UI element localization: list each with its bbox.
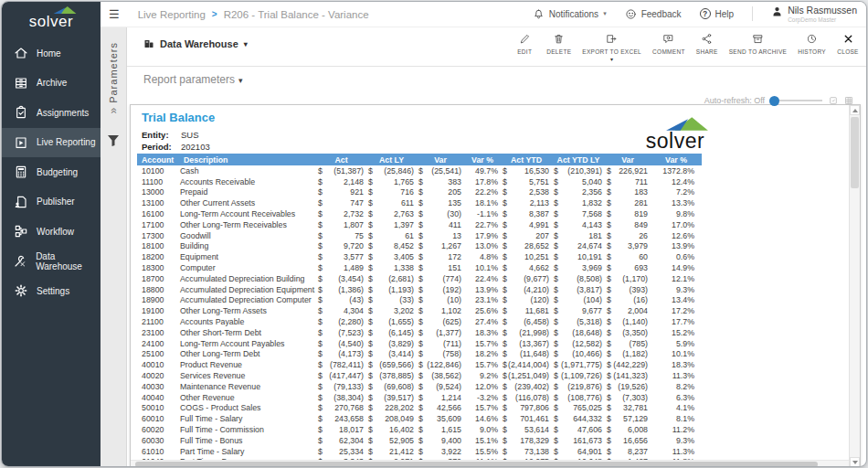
sidebar-nav: HomeArchiveAssignmentsLive ReportingBudg…: [2, 38, 101, 306]
breadcrumb-section[interactable]: Live Reporting: [138, 9, 206, 20]
variance-pct-cell: 15.1%: [464, 435, 501, 446]
parameters-panel-collapsed[interactable]: » Parameters: [101, 27, 127, 466]
user-menu[interactable]: Nils Rasmussen CorpDemo Master: [771, 5, 857, 23]
filter-icon[interactable]: [107, 134, 120, 147]
amount-cell: $(16): [605, 295, 651, 306]
sidebar-item-archive[interactable]: Archive: [2, 69, 101, 99]
variance-pct-cell: 11.3%: [651, 446, 702, 457]
amount-cell: $16,656: [605, 435, 651, 446]
amount-cell: $47,606: [552, 424, 605, 435]
amount-cell: $1,807: [316, 219, 366, 230]
auto-refresh-control: Auto-refresh: Off: [704, 92, 853, 109]
action-label: COMMENT: [652, 48, 685, 55]
refresh-settings-icon[interactable]: [829, 92, 838, 109]
menu-icon[interactable]: ☰: [109, 8, 120, 20]
feedback-button[interactable]: Feedback: [625, 8, 682, 20]
amount-cell: $(122,846): [417, 359, 464, 370]
amount-cell: $(1,170): [605, 273, 651, 284]
edit-button[interactable]: EDIT: [513, 33, 535, 62]
amount-cell: $(4,210): [501, 284, 552, 295]
horizontal-scroll-thumb[interactable]: [135, 462, 818, 467]
amount-cell: $(1,140): [605, 316, 651, 327]
grid-view-icon[interactable]: [844, 92, 853, 109]
sidebar-item-assignments[interactable]: Assignments: [2, 98, 101, 128]
description-cell: Other Long-Term Assets: [179, 305, 316, 316]
expand-chevrons-icon[interactable]: »: [107, 107, 120, 114]
sidebar-item-publisher[interactable]: Publisher: [2, 187, 101, 218]
variance-pct-cell: 10.1%: [651, 349, 702, 360]
column-header: Act: [316, 154, 366, 165]
horizontal-scrollbar[interactable]: [131, 460, 849, 467]
amount-cell: $(79,133): [316, 381, 366, 392]
action-label: SEND TO ARCHIVE: [729, 48, 788, 55]
sidebar-item-data-warehouse[interactable]: Data Warehouse: [2, 247, 101, 277]
amount-cell: $(3,817): [552, 284, 605, 295]
scroll-down-button[interactable]: [850, 457, 860, 467]
table-row: 23100Other Short-Term Debt$(7,523)$(6,14…: [137, 327, 702, 338]
amount-cell: $(12,582): [552, 338, 605, 349]
question-mark-icon: ?: [700, 8, 711, 19]
report-parameters-toggle[interactable]: Report parameters▾: [143, 73, 243, 86]
amount-cell: $(2,681): [366, 273, 417, 284]
close-button[interactable]: CLOSE: [837, 33, 859, 62]
sidebar-item-home[interactable]: Home: [2, 38, 101, 69]
variance-pct-cell: 14.9%: [651, 262, 702, 273]
breadcrumb-page: R206 - Trial Balance - Variance: [224, 9, 369, 20]
data-source-dropdown[interactable]: Data Warehouse ▾: [143, 38, 248, 49]
sidebar-item-budgeting[interactable]: Budgeting: [2, 157, 101, 187]
table-row: 40040Other Revenue$(38,304)$(39,517)$1,2…: [137, 392, 702, 403]
amount-cell: $(239,402): [501, 381, 552, 392]
amount-cell: $(39,517): [366, 392, 417, 403]
sidebar-item-settings[interactable]: Settings: [2, 276, 101, 306]
variance-pct-cell: 13.0%: [464, 241, 501, 252]
amount-cell: $52,905: [366, 435, 417, 446]
send-to-archive-button[interactable]: SEND TO ARCHIVE: [729, 33, 788, 62]
variance-pct-cell: 23.1%: [464, 295, 501, 306]
description-cell: Services Revenue: [179, 370, 316, 381]
sidebar-item-label: Archive: [37, 78, 67, 88]
parameters-panel-label[interactable]: » Parameters: [107, 42, 120, 114]
variance-pct-cell: -1.1%: [464, 208, 501, 219]
amount-cell: $10,191: [552, 251, 605, 262]
amount-cell: $(21,998): [501, 327, 552, 338]
sidebar-item-workflow[interactable]: Workflow: [2, 217, 101, 247]
share-button[interactable]: SHARE: [696, 33, 718, 62]
variance-pct-cell: 11.3%: [651, 370, 702, 381]
export-to-excel-icon: [606, 33, 618, 46]
comment-button[interactable]: COMMENT: [652, 33, 685, 62]
amount-cell: $228,202: [366, 403, 417, 414]
description-cell: Accounts Receivable: [179, 176, 316, 187]
export-to-excel-button[interactable]: EXPORT TO EXCEL▾: [582, 33, 641, 62]
amount-cell: $(625): [417, 316, 464, 327]
amount-cell: $28,652: [501, 241, 552, 252]
amount-cell: $181: [552, 230, 605, 241]
amount-cell: $(1,377): [417, 327, 464, 338]
amount-cell: $11,681: [501, 305, 552, 316]
chevron-down-icon: ▾: [603, 10, 607, 17]
amount-cell: $(4,173): [316, 349, 366, 360]
account-cell: 18800: [137, 284, 179, 295]
column-header: Description: [179, 154, 316, 165]
delete-button[interactable]: DELETE: [546, 33, 571, 62]
vertical-scrollbar[interactable]: [849, 105, 860, 467]
sidebar-item-live-reporting[interactable]: Live Reporting: [2, 128, 101, 158]
amount-cell: $(8,508): [552, 273, 605, 284]
variance-pct-cell: 15.7%: [464, 338, 501, 349]
amount-cell: $1,765: [366, 176, 417, 187]
table-row: 19100Other Long-Term Assets$4,304$3,202$…: [137, 305, 702, 316]
account-cell: 18300: [137, 262, 179, 273]
table-header-row: AccountDescriptionActAct LYVarVar %Act Y…: [137, 154, 702, 165]
account-cell: 24100: [137, 338, 179, 349]
notifications-button[interactable]: Notifications▾: [533, 8, 607, 20]
description-cell: Full Time - Salary: [179, 413, 316, 424]
amount-cell: $(9,524): [417, 381, 464, 392]
account-cell: 17300: [137, 230, 179, 241]
amount-cell: $73,138: [501, 446, 552, 457]
vertical-scroll-thumb[interactable]: [851, 117, 859, 188]
history-button[interactable]: HISTORY: [798, 33, 826, 62]
action-label: EXPORT TO EXCEL: [582, 48, 641, 55]
period-value: 202103: [181, 142, 210, 152]
auto-refresh-knob[interactable]: [769, 96, 779, 106]
help-button[interactable]: ? Help: [700, 8, 735, 19]
auto-refresh-slider[interactable]: [771, 100, 822, 101]
